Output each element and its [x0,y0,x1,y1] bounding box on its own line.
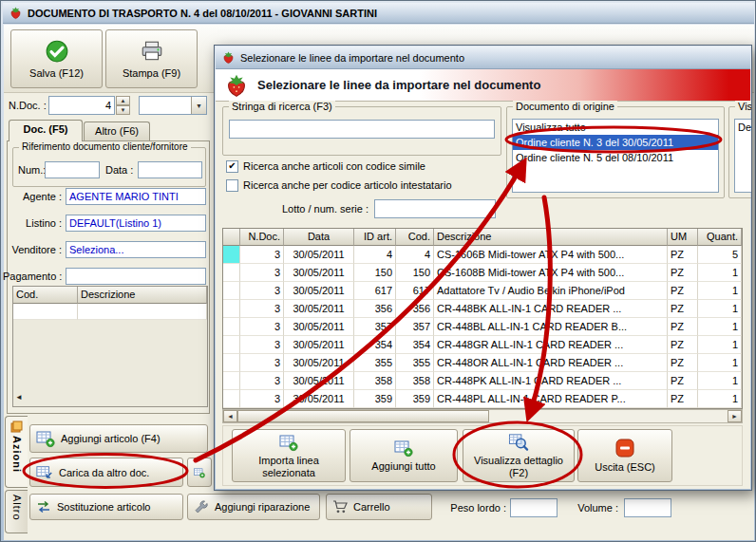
data-input[interactable] [138,161,202,178]
venditore-value[interactable]: Seleziona... [66,241,206,258]
origin-list-item[interactable]: Visualizza tutto [513,120,718,135]
search-group-title: Stringa di ricerca (F3) [229,101,335,112]
table-hscrollbar[interactable]: ◄ ► [222,409,743,423]
peso-lordo-label: Peso lordo : [428,502,506,514]
table-plus-icon [194,464,205,481]
volume-input[interactable] [624,498,671,517]
aggiungi-riparazione-button[interactable]: Aggiungi riparazione [187,494,320,520]
agente-label: Agente : [3,191,62,202]
table-row[interactable]: 330/05/2011354354CR-448GR ALL-IN-1 CARD … [223,336,742,354]
dialog-header: Selezionare le linee da importare nel do… [216,69,750,102]
side-tab-azioni[interactable]: Azioni [5,416,28,488]
vis-list-item[interactable]: De [735,120,752,135]
grid-scroll-left-icon[interactable]: ◄ [15,393,23,402]
riferimento-group-title: Riferimento documento cliente/fornitore [19,141,191,152]
column-header-descrizione[interactable]: Descrizione [78,287,207,304]
import-table-body: 330/05/201144CS-1606B Midi-tower ATX P4 … [223,246,742,408]
column-header[interactable] [223,229,240,246]
ndoc-spinner[interactable]: ▲ ▼ [116,96,130,115]
spinner-up-icon[interactable]: ▲ [116,96,130,105]
grid-cell [13,304,78,320]
side-tab-altro[interactable]: Altro [5,490,28,533]
table-plus-icon [393,439,414,458]
column-header[interactable]: Cod. [396,229,434,246]
table-arrow-icon [36,464,53,481]
aggiungi-tutto-button[interactable]: Aggiungi tutto [350,429,458,482]
wrench-icon [194,499,209,514]
column-header[interactable]: Data [284,229,354,246]
sostituzione-articolo-button[interactable]: Sostituzione articolo [29,494,183,520]
items-grid: Cod. Descrizione [12,286,208,407]
printer-icon [140,39,164,64]
checkbox-simile[interactable]: ✔ Ricerca anche articoli con codice simi… [226,159,425,173]
table-row[interactable]: 330/05/2011357357CR-448BL ALL-IN-1 CARD … [223,318,742,336]
column-header[interactable]: UM [668,229,698,246]
table-row[interactable]: 330/05/2011356356CR-448BK ALL-IN-1 CARD … [223,300,742,318]
strawberry-logo [223,72,250,99]
tab-altro[interactable]: Altro (F6) [84,121,150,141]
table-row[interactable]: 330/05/2011358358CR-448PK ALL-IN-1 CARD … [223,372,742,390]
checkbox-simile-label: Ricerca anche articoli con codice simile [243,160,425,172]
hidden-button-fragment[interactable] [187,458,212,487]
listino-value[interactable]: DEFAULT(Listino 1) [66,215,206,232]
lotto-label: Lotto / num. serie : [268,203,369,215]
save-check-icon [45,39,69,64]
search-input[interactable] [229,120,495,139]
column-header[interactable]: Descrizione [434,229,668,246]
pagamento-label: Pagamento : [3,271,62,282]
carrello-button[interactable]: Carrello [326,494,432,520]
num-input[interactable] [45,161,100,178]
tab-doc[interactable]: Doc. (F5) [9,120,83,141]
origin-list-item[interactable]: Ordine cliente N. 5 del 08/10/2011 [513,150,718,165]
visualizza-dettaglio-label: Visualizza dettaglio (F2) [465,455,572,479]
table-row[interactable]: 330/05/2011150150CS-1608B Midi-tower ATX… [223,264,742,282]
checkbox-intestatario[interactable]: ✔ Ricerca anche per codice articolo inte… [226,178,452,192]
table-row[interactable]: 330/05/2011617617Adattatore Tv / Audio B… [223,282,742,300]
swap-arrows-icon [36,500,51,514]
magnifier-icon [508,432,529,452]
pagamento-value[interactable] [66,268,206,285]
print-label: Stampa (F9) [123,67,180,79]
checkbox-box[interactable]: ✔ [226,179,238,192]
agente-value[interactable]: AGENTE MARIO TINTI [66,188,206,205]
grid-cell [78,304,207,320]
importa-linea-button[interactable]: Importa linea selezionata [232,429,346,482]
import-dialog: Selezionare le linee da importare nel do… [214,45,752,491]
cart-icon [332,499,348,514]
table-row[interactable]: 330/05/2011355355CR-448OR ALL-IN-1 CARD … [223,354,742,372]
table-row[interactable]: 330/05/201144CS-1606B Midi-tower ATX P4 … [223,246,742,264]
dropdown-arrow-icon[interactable]: ▼ [191,97,206,114]
origin-group-title: Documento di origine [513,101,617,112]
print-button[interactable]: Stampa (F9) [105,29,198,88]
ndoc-input[interactable] [48,96,115,115]
table-row[interactable]: 330/05/2011359359CR-448PL ALL-IN-1 CARD … [223,390,742,408]
import-table: N.Doc.DataID art.Cod.DescrizioneUMQuant.… [222,228,743,409]
scroll-right-icon[interactable]: ► [728,410,742,422]
window-title: DOCUMENTO DI TRASPORTO N. 4 del 08/10/20… [28,8,377,19]
venditore-label: Venditore : [3,244,62,255]
checkbox-box[interactable]: ✔ [226,160,238,173]
carica-da-altro-doc-button[interactable]: Carica da altro doc. [29,458,183,487]
aggiungi-articolo-button[interactable]: Aggiungi articolo (F4) [29,424,208,453]
check-mark-icon: ✔ [228,161,236,171]
lotto-input[interactable] [374,199,496,218]
table-plus-icon [278,433,299,452]
visualizza-dettaglio-button[interactable]: Visualizza dettaglio (F2) [463,429,575,482]
scroll-thumb[interactable] [237,410,489,422]
vis-list: De [734,119,752,193]
exit-icon [614,438,635,458]
scroll-left-icon[interactable]: ◄ [223,410,237,422]
column-header[interactable]: Quant. [698,229,742,246]
column-header-cod[interactable]: Cod. [13,287,78,304]
num-label: Num.: [18,164,46,176]
spinner-down-icon[interactable]: ▼ [116,105,130,115]
save-button[interactable]: Salva (F12) [10,29,103,88]
side-tab-altro-label: Altro [11,495,23,521]
doc-type-combo[interactable]: ▼ [139,96,207,115]
column-header[interactable]: ID art. [354,229,396,246]
peso-lordo-input[interactable] [510,498,558,517]
uscita-button[interactable]: Uscita (ESC) [577,429,672,482]
origin-list-item[interactable]: Ordine cliente N. 3 del 30/05/2011 [513,135,718,150]
origin-list: Visualizza tuttoOrdine cliente N. 3 del … [512,119,719,193]
column-header[interactable]: N.Doc. [240,229,284,246]
